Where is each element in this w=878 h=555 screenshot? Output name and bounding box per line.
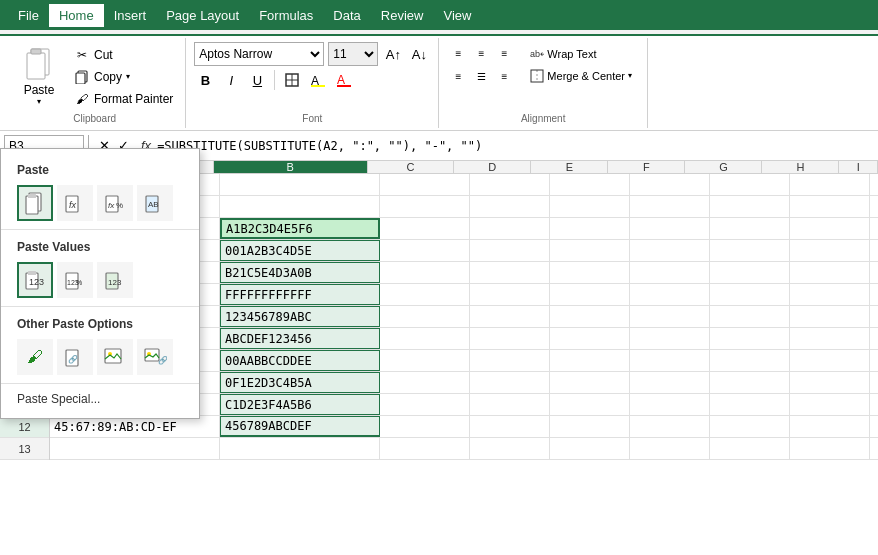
copy-dropdown-arrow[interactable]: ▾: [126, 72, 130, 81]
cell-f8[interactable]: [630, 328, 710, 349]
cell-e4[interactable]: [550, 240, 630, 261]
menu-data[interactable]: Data: [323, 4, 370, 27]
cell-f3[interactable]: [630, 218, 710, 239]
paste-formula2-button[interactable]: fx %: [97, 185, 133, 221]
paste-values-numformat-button[interactable]: 123 %: [57, 262, 93, 298]
cell-d5[interactable]: [470, 262, 550, 283]
cell-b5[interactable]: B21C5E4D3A0B: [220, 262, 380, 283]
cell-c2[interactable]: [380, 196, 470, 217]
align-top-center[interactable]: ≡: [470, 42, 492, 64]
cell-e5[interactable]: [550, 262, 630, 283]
merge-center-button[interactable]: Merge & Center ▾: [523, 66, 639, 86]
menu-home[interactable]: Home: [49, 4, 104, 27]
merge-dropdown-arrow[interactable]: ▾: [628, 71, 632, 80]
cell-b12[interactable]: 456789ABCDEF: [220, 416, 380, 437]
align-top-right[interactable]: ≡: [493, 42, 515, 64]
cell-b3[interactable]: A1B2C3D4E5F6: [220, 218, 380, 239]
cell-b4[interactable]: 001A2B3C4D5E: [220, 240, 380, 261]
cell-f13[interactable]: [630, 438, 710, 459]
cell-h11[interactable]: [790, 394, 870, 415]
cell-f1[interactable]: [630, 174, 710, 195]
cell-b7[interactable]: 123456789ABC: [220, 306, 380, 327]
cell-e3[interactable]: [550, 218, 630, 239]
paste-button[interactable]: Paste ▾: [12, 42, 66, 111]
cell-f9[interactable]: [630, 350, 710, 371]
col-header-f[interactable]: F: [608, 161, 685, 173]
row-num-12[interactable]: 12: [0, 416, 49, 438]
cell-e8[interactable]: [550, 328, 630, 349]
paste-picture-button[interactable]: [97, 339, 133, 375]
paste-link-button[interactable]: 🔗: [57, 339, 93, 375]
menu-formulas[interactable]: Formulas: [249, 4, 323, 27]
border-button[interactable]: [281, 69, 303, 91]
cell-b11[interactable]: C1D2E3F4A5B6: [220, 394, 380, 415]
cell-h10[interactable]: [790, 372, 870, 393]
paste-values-button[interactable]: 123: [17, 262, 53, 298]
cell-g9[interactable]: [710, 350, 790, 371]
cell-c10[interactable]: [380, 372, 470, 393]
cell-g10[interactable]: [710, 372, 790, 393]
cell-g1[interactable]: [710, 174, 790, 195]
cell-c3[interactable]: [380, 218, 470, 239]
cell-b10[interactable]: 0F1E2D3C4B5A: [220, 372, 380, 393]
paste-paste-button[interactable]: [17, 185, 53, 221]
cell-d8[interactable]: [470, 328, 550, 349]
cell-d10[interactable]: [470, 372, 550, 393]
italic-button[interactable]: I: [220, 69, 242, 91]
cell-g4[interactable]: [710, 240, 790, 261]
cell-g6[interactable]: [710, 284, 790, 305]
cell-d2[interactable]: [470, 196, 550, 217]
cell-c12[interactable]: [380, 416, 470, 437]
cell-a13[interactable]: [50, 438, 220, 459]
cell-d3[interactable]: [470, 218, 550, 239]
cell-d13[interactable]: [470, 438, 550, 459]
cell-b9[interactable]: 00AABBCCDDEE: [220, 350, 380, 371]
cell-c11[interactable]: [380, 394, 470, 415]
menu-review[interactable]: Review: [371, 4, 434, 27]
cell-d6[interactable]: [470, 284, 550, 305]
align-top-left[interactable]: ≡: [447, 42, 469, 64]
cell-b6[interactable]: FFFFFFFFFFFF: [220, 284, 380, 305]
cell-c13[interactable]: [380, 438, 470, 459]
cell-g13[interactable]: [710, 438, 790, 459]
font-color-button[interactable]: A: [333, 69, 355, 91]
cell-b8[interactable]: ABCDEF123456: [220, 328, 380, 349]
cell-b2[interactable]: [220, 196, 380, 217]
cell-g2[interactable]: [710, 196, 790, 217]
cell-e6[interactable]: [550, 284, 630, 305]
menu-file[interactable]: File: [8, 4, 49, 27]
col-header-c[interactable]: C: [368, 161, 455, 173]
cell-e1[interactable]: [550, 174, 630, 195]
wrap-text-button[interactable]: ab↵ Wrap Text: [523, 44, 639, 64]
paste-dropdown-arrow[interactable]: ▾: [37, 97, 41, 106]
paste-keep-format-button[interactable]: AB: [137, 185, 173, 221]
cell-g7[interactable]: [710, 306, 790, 327]
menu-insert[interactable]: Insert: [104, 4, 157, 27]
cell-h9[interactable]: [790, 350, 870, 371]
cell-c9[interactable]: [380, 350, 470, 371]
cell-h1[interactable]: [790, 174, 870, 195]
col-header-e[interactable]: E: [531, 161, 608, 173]
paste-values-srcformat-button[interactable]: 123: [97, 262, 133, 298]
cell-c1[interactable]: [380, 174, 470, 195]
cell-g8[interactable]: [710, 328, 790, 349]
align-right[interactable]: ≡: [493, 65, 515, 87]
cell-d1[interactable]: [470, 174, 550, 195]
cell-d11[interactable]: [470, 394, 550, 415]
cell-h13[interactable]: [790, 438, 870, 459]
cell-e7[interactable]: [550, 306, 630, 327]
paste-special-button[interactable]: Paste Special...: [1, 388, 199, 410]
col-header-h[interactable]: H: [762, 161, 839, 173]
cell-e13[interactable]: [550, 438, 630, 459]
cell-h12[interactable]: [790, 416, 870, 437]
cell-c6[interactable]: [380, 284, 470, 305]
cell-a12[interactable]: 45:67:89:AB:CD-EF: [50, 416, 220, 437]
paste-formula-button[interactable]: fx: [57, 185, 93, 221]
row-num-13[interactable]: 13: [0, 438, 49, 460]
cell-f12[interactable]: [630, 416, 710, 437]
cell-d7[interactable]: [470, 306, 550, 327]
paste-formatting-button[interactable]: 🖌: [17, 339, 53, 375]
cell-c7[interactable]: [380, 306, 470, 327]
col-header-i[interactable]: I: [839, 161, 878, 173]
decrease-font-button[interactable]: A↓: [408, 43, 430, 65]
